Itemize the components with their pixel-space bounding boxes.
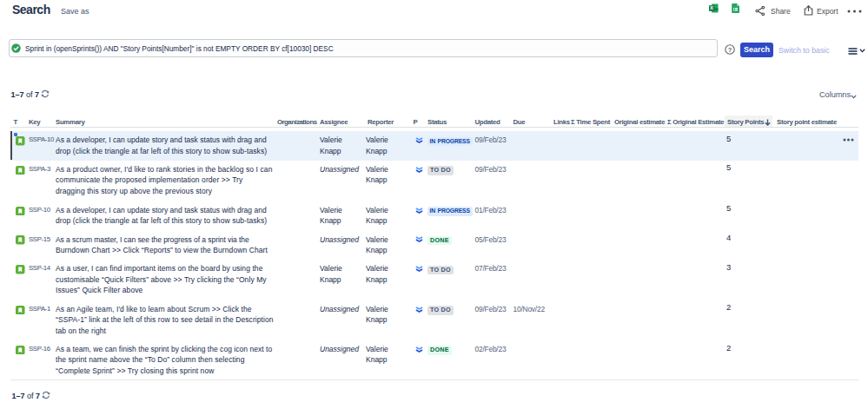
svg-text:?: ? bbox=[728, 46, 732, 54]
svg-text:X: X bbox=[710, 5, 713, 10]
